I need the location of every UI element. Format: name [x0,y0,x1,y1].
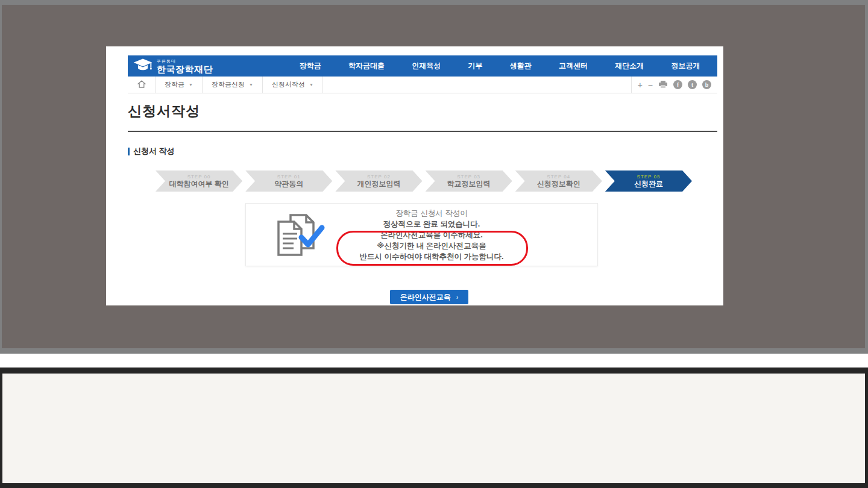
step-label: 약관동의 [274,180,303,188]
logo-name: 한국장학재단 [157,64,213,74]
breadcrumb-label: 신청서작성 [272,80,305,89]
message-line: 온라인사전교육을 이수하세요. [266,230,597,240]
button-label: 온라인사전교육 [400,292,451,302]
breadcrumb-item[interactable]: 장학금신청▼ [203,77,263,93]
step-number: STEP 00 [187,174,211,180]
message-line: 반드시 이수하여야 대학추천이 가능합니다. [266,251,597,262]
slide-background: 푸른등대 한국장학재단 장학금학자금대출인재육성기부생활관고객센터재단소개정보공… [2,5,865,348]
step-number: STEP 04 [547,174,570,180]
step-약관동의: STEP 01약관동의 [245,170,332,192]
main-nav: 장학금학자금대출인재육성기부생활관고객센터재단소개정보공개 [286,55,714,77]
nav-item-정보공개[interactable]: 정보공개 [671,61,700,71]
step-label: 신청완료 [634,180,663,188]
chevron-down-icon: ▼ [309,83,313,87]
step-개인정보입력: STEP 02개인정보입력 [335,170,422,192]
home-button[interactable] [128,77,156,93]
breadcrumb: 장학금▼장학금신청▼신청서작성▼ + − f t b [128,77,717,93]
step-number: STEP 03 [457,174,480,180]
nav-item-재단소개[interactable]: 재단소개 [615,61,644,71]
online-pre-education-button[interactable]: 온라인사전교육 › [390,290,468,304]
blog-icon[interactable]: b [702,80,711,89]
title-divider [128,131,717,132]
bottom-empty-panel [2,374,865,483]
website-screenshot: 푸른등대 한국장학재단 장학금학자금대출인재육성기부생활관고객센터재단소개정보공… [106,46,723,305]
step-신청정보확인: STEP 04신청정보확인 [515,170,602,192]
page-title: 신청서작성 [128,102,200,120]
step-label: 학교정보입력 [447,180,491,188]
nav-item-장학금[interactable]: 장학금 [300,61,321,71]
facebook-icon[interactable]: f [673,80,682,89]
page-tools: + − f t b [631,77,717,93]
nav-item-학자금대출[interactable]: 학자금대출 [348,61,385,71]
twitter-icon[interactable]: t [688,80,697,89]
site-header: 푸른등대 한국장학재단 장학금학자금대출인재육성기부생활관고객센터재단소개정보공… [128,55,717,77]
bottom-frame-box [0,368,868,488]
section-heading: 신청서 작성 [128,146,175,157]
breadcrumb-spacer [323,77,631,93]
step-number: STEP 02 [367,174,391,180]
message-line: 장학금 신청서 작성이 [266,208,597,219]
step-label: 신청정보확인 [537,180,580,188]
nav-item-생활관[interactable]: 생활관 [510,61,532,71]
logo-tagline: 푸른등대 [157,59,213,63]
step-label: 개인정보입력 [357,180,400,188]
step-number: STEP 01 [277,174,301,180]
chevron-down-icon: ▼ [249,83,253,87]
nav-item-인재육성[interactable]: 인재육성 [412,61,441,71]
site-logo[interactable]: 푸른등대 한국장학재단 [133,55,213,77]
step-대학참여여부 확인: STEP 00대학참여여부 확인 [156,170,242,192]
section-accent-bar [128,148,130,155]
nav-item-고객센터[interactable]: 고객센터 [559,61,588,71]
step-progress: STEP 00대학참여여부 확인STEP 01약관동의STEP 02개인정보입력… [156,170,692,192]
graduation-cap-icon [133,58,153,75]
step-number: STEP 05 [637,174,661,180]
breadcrumb-label: 장학금 [165,80,184,89]
completion-message-text: 장학금 신청서 작성이정상적으로 완료 되었습니다.온라인사전교육을 이수하세요… [266,208,597,262]
chevron-down-icon: ▼ [189,83,193,87]
font-enlarge-button[interactable]: + [638,81,643,89]
completion-message-box: 장학금 신청서 작성이정상적으로 완료 되었습니다.온라인사전교육을 이수하세요… [245,203,598,266]
breadcrumb-item[interactable]: 장학금▼ [156,77,203,93]
step-학교정보입력: STEP 03학교정보입력 [426,170,512,192]
home-icon [137,80,146,89]
nav-item-기부[interactable]: 기부 [468,61,482,71]
step-label: 대학참여여부 확인 [169,180,228,188]
chevron-right-icon: › [456,293,459,301]
breadcrumb-label: 장학금신청 [212,80,245,89]
printer-icon[interactable] [658,80,668,90]
white-strip [0,354,868,368]
font-reduce-button[interactable]: − [648,81,653,89]
message-line: 정상적으로 완료 되었습니다. [266,219,597,230]
breadcrumb-item[interactable]: 신청서작성▼ [263,77,323,93]
step-신청완료: STEP 05신청완료 [605,170,692,192]
section-title: 신청서 작성 [133,146,175,157]
message-line: ※신청기한 내 온라인사전교육을 [266,240,597,251]
